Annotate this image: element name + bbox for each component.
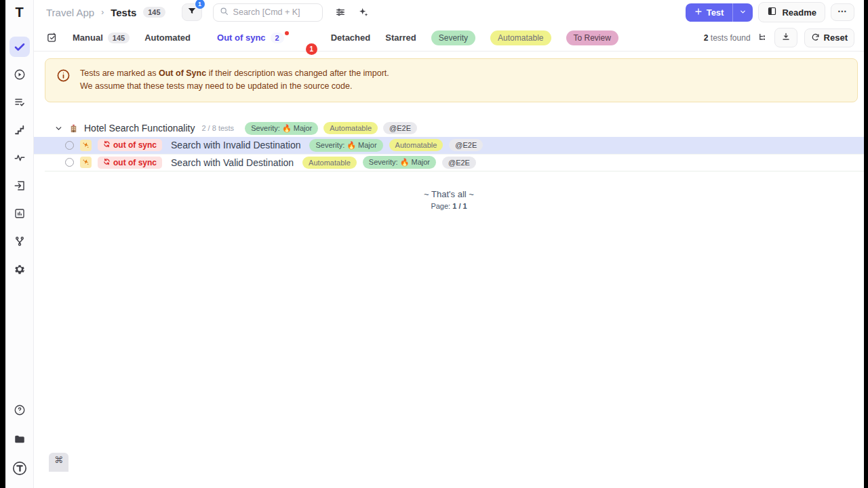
new-test-split-button[interactable]: Test [686, 3, 753, 22]
suite-badge-severity: Severity: 🔥 Major [245, 122, 318, 135]
filter-button[interactable]: 1 [182, 3, 202, 21]
sidebar-item-brand[interactable] [9, 458, 30, 479]
view-settings-button[interactable] [335, 7, 346, 18]
test-list: Hotel Search Functionality 2 / 8 tests S… [34, 120, 864, 171]
readme-label: Readme [782, 7, 816, 18]
select-radio[interactable] [65, 141, 74, 150]
test-row[interactable]: out of sync Search with Valid Destinatio… [34, 154, 864, 171]
sidebar-item-import[interactable] [9, 176, 30, 196]
bulk-select-icon[interactable] [46, 32, 58, 43]
test-title[interactable]: Search with Invalid Destination [171, 140, 300, 150]
search-box[interactable] [213, 3, 323, 22]
chart-box-icon [14, 207, 26, 220]
list-divider [45, 171, 864, 171]
results-count: 2 tests found [704, 33, 751, 43]
sidebar-item-reports[interactable] [9, 203, 30, 224]
tab-starred[interactable]: Starred [385, 33, 416, 43]
sidebar-item-analytics[interactable] [9, 148, 30, 168]
info-icon [56, 68, 71, 85]
new-test-dropdown[interactable] [732, 3, 753, 22]
chevron-down-icon[interactable] [54, 124, 63, 133]
filter-pill-severity[interactable]: Severity [431, 30, 475, 45]
page-label: Page: [431, 202, 452, 210]
header-bar: Travel App › Tests 145 1 [34, 0, 864, 24]
sync-warning-icon [80, 140, 92, 151]
results-count-number: 2 [704, 33, 709, 43]
sidebar: T [5, 0, 34, 488]
reset-label: Reset [824, 33, 848, 43]
out-of-sync-label: out of sync [113, 158, 157, 167]
main-area: Travel App › Tests 145 1 [34, 0, 864, 488]
select-radio[interactable] [65, 158, 74, 167]
test-row[interactable]: out of sync Search with Invalid Destinat… [34, 137, 864, 154]
branch-icon [14, 235, 26, 247]
suite-test-count: 2 / 8 tests [201, 124, 234, 132]
sidebar-item-runs[interactable] [9, 64, 30, 85]
sidebar-item-plans[interactable] [9, 92, 30, 113]
tab-out-of-sync-label: Out of sync [217, 33, 266, 43]
suite-row[interactable]: Hotel Search Functionality 2 / 8 tests S… [34, 120, 864, 137]
test-badge: Severity: 🔥 Major [363, 156, 436, 169]
check-icon [14, 41, 26, 53]
download-icon [781, 32, 791, 43]
tab-manual-label: Manual [73, 33, 103, 43]
book-icon [767, 6, 777, 18]
download-button[interactable] [774, 28, 797, 47]
readme-button[interactable]: Readme [758, 2, 825, 22]
tab-manual-count: 145 [108, 33, 130, 43]
banner-line-1: Tests are marked as Out of Sync if their… [80, 67, 389, 80]
filter-pill-to-review[interactable]: To Review [566, 30, 618, 45]
list-check-icon [14, 96, 26, 108]
filter-tabs-bar: Manual 145 Automated Out of sync 2 1 Det… [34, 24, 864, 52]
test-badge: Automatable [389, 139, 443, 151]
tab-out-of-sync[interactable]: Out of sync 2 1 [205, 28, 316, 47]
banner-text: Tests are marked as Out of Sync if their… [80, 67, 389, 94]
out-of-sync-info-banner: Tests are marked as Out of Sync if their… [45, 58, 858, 102]
search-icon [220, 6, 229, 18]
ai-sparkles-button[interactable] [358, 7, 369, 18]
sidebar-item-settings[interactable] [9, 259, 30, 279]
help-icon [14, 404, 26, 416]
more-menu-button[interactable]: ⋯ [831, 3, 854, 21]
refresh-icon [811, 33, 820, 43]
sidebar-item-tests[interactable] [9, 37, 30, 57]
search-input[interactable] [233, 7, 316, 17]
screen: T [0, 0, 868, 488]
breadcrumb-app[interactable]: Travel App [46, 7, 94, 18]
play-circle-icon [14, 68, 26, 81]
out-of-sync-label: out of sync [113, 140, 157, 150]
brand-t-icon [12, 461, 27, 476]
import-icon [14, 180, 26, 192]
tree-view-icon[interactable] [757, 33, 768, 43]
pulse-icon [14, 152, 26, 164]
command-key-hint[interactable]: ⌘ [49, 453, 68, 472]
filter-count-badge: 1 [195, 0, 205, 9]
sync-warning-icon [80, 157, 92, 168]
chevron-down-icon [739, 7, 747, 18]
breadcrumb-separator: › [101, 7, 104, 17]
folder-icon [14, 433, 26, 445]
test-badge: @E2E [449, 139, 483, 151]
breadcrumb-page: Tests [111, 7, 136, 18]
tab-detached[interactable]: Detached [331, 33, 371, 43]
gear-icon [14, 263, 26, 275]
sidebar-item-branches[interactable] [9, 231, 30, 251]
suite-badge-automatable: Automatable [323, 122, 378, 134]
suite-title[interactable]: Hotel Search Functionality [84, 123, 195, 134]
plus-icon [694, 7, 703, 18]
stairs-icon [14, 124, 26, 136]
tab-manual[interactable]: Manual 145 [73, 33, 130, 43]
hotel-icon [68, 123, 79, 134]
tab-automated[interactable]: Automated [144, 33, 191, 43]
test-badge: Severity: 🔥 Major [309, 139, 382, 152]
sidebar-item-steps[interactable] [9, 120, 30, 140]
sidebar-item-help[interactable] [9, 400, 30, 420]
annotation-number-badge: 1 [306, 43, 317, 55]
tab-out-of-sync-count: 2 [271, 33, 284, 43]
reset-button[interactable]: Reset [804, 28, 854, 47]
app-logo: T [15, 5, 23, 19]
tests-total-badge: 145 [143, 7, 165, 18]
sidebar-item-docs[interactable] [9, 429, 30, 449]
test-title[interactable]: Search with Valid Destination [171, 157, 294, 168]
filter-pill-automatable[interactable]: Automatable [490, 30, 551, 45]
